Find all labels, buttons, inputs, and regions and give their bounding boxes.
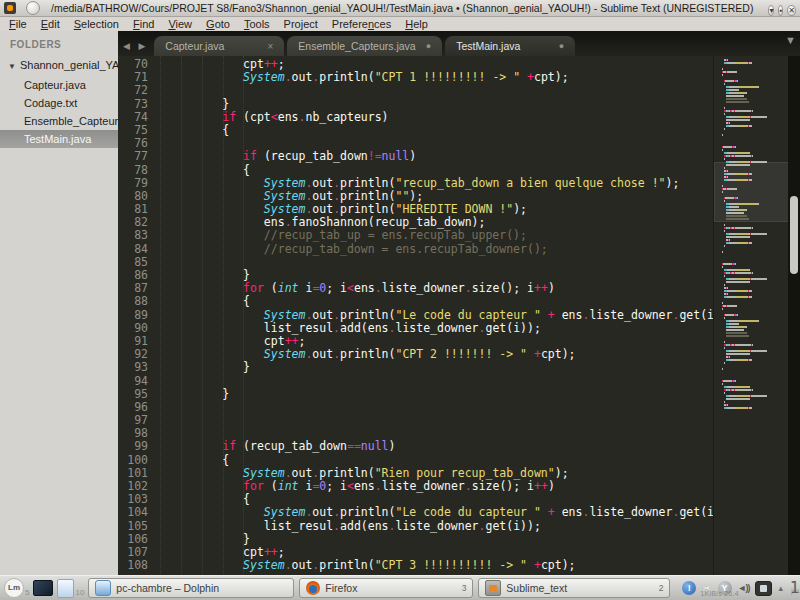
code-token bbox=[527, 558, 534, 572]
tab-close-icon[interactable]: × bbox=[268, 41, 274, 52]
code-token: size(); i bbox=[472, 479, 534, 493]
minimap-row bbox=[714, 122, 789, 124]
menu-item-selection[interactable]: Selection bbox=[67, 17, 126, 31]
tab-overflow-icon[interactable]: ▼ bbox=[785, 34, 800, 56]
code-line[interactable]: 99 if (recup_tab_down==null) bbox=[118, 440, 713, 453]
code-token: System bbox=[264, 347, 306, 361]
code-token: (recup_tab_down bbox=[236, 439, 347, 453]
window-menu-button[interactable] bbox=[26, 1, 40, 15]
device-notifier-icon[interactable] bbox=[755, 581, 772, 596]
minimap-row bbox=[714, 248, 789, 250]
minimize-button[interactable]: ▾ bbox=[768, 5, 774, 16]
minimap-row bbox=[714, 146, 789, 148]
menu-item-preferences[interactable]: Preferences bbox=[325, 17, 398, 31]
taskbar-button-dolphin[interactable]: pc-chambre – Dolphin bbox=[88, 578, 294, 598]
tab-ensemble_capteurs.java[interactable]: Ensemble_Capteurs.java● bbox=[287, 36, 442, 56]
tab-capteur.java[interactable]: Capteur.java× bbox=[154, 36, 284, 56]
code-line[interactable]: 90 list_resul.add(ens.liste_downer.get(i… bbox=[118, 322, 713, 335]
maximize-button[interactable]: ▪ bbox=[778, 5, 783, 16]
scrollbar-track[interactable] bbox=[788, 56, 800, 576]
pager-button[interactable] bbox=[57, 578, 74, 598]
minimap-row bbox=[714, 158, 789, 160]
minimap-row bbox=[714, 242, 789, 244]
code-token: + bbox=[548, 308, 555, 322]
update-shield-icon[interactable]: ! bbox=[682, 581, 696, 595]
minimap[interactable] bbox=[713, 56, 789, 576]
code-line[interactable]: 93 } bbox=[118, 361, 713, 374]
code-line[interactable]: 72 bbox=[118, 84, 713, 97]
panel-expand-icon[interactable]: ▴ bbox=[778, 580, 783, 596]
minimap-row bbox=[714, 329, 789, 331]
sidebar-folder-root[interactable]: ▼Shannon_genial_YAOUH bbox=[0, 56, 118, 76]
menu-item-project[interactable]: Project bbox=[277, 17, 325, 31]
menu-item-help[interactable]: Help bbox=[398, 17, 435, 31]
minimap-row bbox=[714, 65, 789, 67]
menu-item-view[interactable]: View bbox=[161, 17, 199, 31]
code-line[interactable]: 94 bbox=[118, 375, 713, 388]
code-line[interactable]: 84 //recup_tab_down = ens.recupTab_downe… bbox=[118, 243, 713, 256]
clock-widget[interactable]: jeu. 11:28 bbox=[791, 579, 800, 597]
menu-item-edit[interactable]: Edit bbox=[34, 17, 67, 31]
code-line[interactable]: 97 bbox=[118, 414, 713, 427]
menu-item-find[interactable]: Find bbox=[126, 17, 161, 31]
minimap-row bbox=[714, 104, 789, 106]
code-line[interactable]: 71 System.out.println("CPT 1 !!!!!!!!! -… bbox=[118, 71, 713, 84]
sidebar-file-capteur.java[interactable]: Capteur.java bbox=[0, 76, 118, 94]
code-token: ) bbox=[548, 281, 555, 295]
close-button[interactable]: ✕ bbox=[787, 5, 796, 16]
minimap-row bbox=[714, 293, 789, 295]
sidebar-file-testmain.java[interactable]: TestMain.java bbox=[0, 130, 118, 148]
minimap-row bbox=[714, 245, 789, 247]
minimap-row bbox=[714, 353, 789, 355]
clock: 11:28 bbox=[790, 579, 800, 597]
code-token: //recup_tab_up = ens.recupTab_upper(); bbox=[264, 228, 527, 242]
line-number: 72 bbox=[118, 84, 148, 97]
code-token: ); bbox=[665, 176, 679, 190]
taskbar-button-sublime[interactable]: Sublime_text2 bbox=[478, 578, 670, 598]
disclosure-triangle-icon[interactable]: ▼ bbox=[8, 62, 16, 71]
code-token: ); bbox=[409, 189, 423, 203]
code-token: println( bbox=[319, 558, 374, 572]
code-token: . bbox=[333, 321, 340, 335]
code-token: ) bbox=[548, 479, 555, 493]
menubar: FileEditSelectionFindViewGotoToolsProjec… bbox=[0, 17, 800, 31]
code-line[interactable]: 75 { bbox=[118, 124, 713, 137]
sidebar-file-codage.txt[interactable]: Codage.txt bbox=[0, 94, 118, 112]
code-line[interactable]: 106 } bbox=[118, 533, 713, 546]
menu-item-file[interactable]: File bbox=[2, 17, 34, 31]
code-token: ); bbox=[513, 202, 527, 216]
code-line[interactable]: 77 if (recup_tab_down!=null) bbox=[118, 150, 713, 163]
sublime-app-icon bbox=[4, 2, 16, 14]
code-line[interactable]: 108 System.out.println("CPT 3 !!!!!!!!!!… bbox=[118, 559, 713, 572]
menu-item-goto[interactable]: Goto bbox=[199, 17, 237, 31]
mint-menu-button[interactable]: Lm bbox=[4, 578, 24, 598]
code-line[interactable]: 74 if (cpt<ens.nb_capteurs) bbox=[118, 111, 713, 124]
usb-device-icon[interactable]: Y bbox=[718, 581, 732, 595]
clipboard-scissors-icon[interactable]: ✂ bbox=[702, 580, 711, 596]
tab-scroll-arrows[interactable]: ◀ ▶ bbox=[123, 41, 148, 51]
code-token: get(i)); bbox=[485, 519, 540, 533]
show-desktop-button[interactable] bbox=[33, 578, 53, 598]
code-token: i bbox=[299, 479, 313, 493]
tab-testmain.java[interactable]: TestMain.java● bbox=[445, 36, 575, 56]
code-token: for bbox=[243, 281, 264, 295]
minimap-row bbox=[714, 392, 789, 394]
code-token: (recup_tab_down bbox=[257, 149, 368, 163]
code-line[interactable]: 95 } bbox=[118, 388, 713, 401]
code-token: println( bbox=[340, 308, 395, 322]
code-line[interactable]: 73 } bbox=[118, 98, 713, 111]
pager-overlay-number: 10 bbox=[75, 588, 84, 597]
code-token: println( bbox=[340, 202, 395, 216]
scrollbar-thumb[interactable] bbox=[790, 196, 798, 274]
code-token: System bbox=[264, 308, 306, 322]
minimap-row bbox=[714, 362, 789, 364]
code-line[interactable]: 96 bbox=[118, 401, 713, 414]
minimap-row bbox=[714, 116, 789, 118]
volume-icon[interactable]: ◄)) bbox=[738, 580, 750, 596]
menu-item-tools[interactable]: Tools bbox=[237, 17, 277, 31]
minimap-row bbox=[714, 110, 789, 112]
code-token: ) bbox=[389, 439, 396, 453]
taskbar-button-firefox[interactable]: Firefox3 bbox=[299, 578, 473, 598]
sidebar-file-ensemble_capteurs[interactable]: Ensemble_Capteurs bbox=[0, 112, 118, 130]
code-line[interactable]: 105 list_resul.add(ens.liste_downer.get(… bbox=[118, 520, 713, 533]
